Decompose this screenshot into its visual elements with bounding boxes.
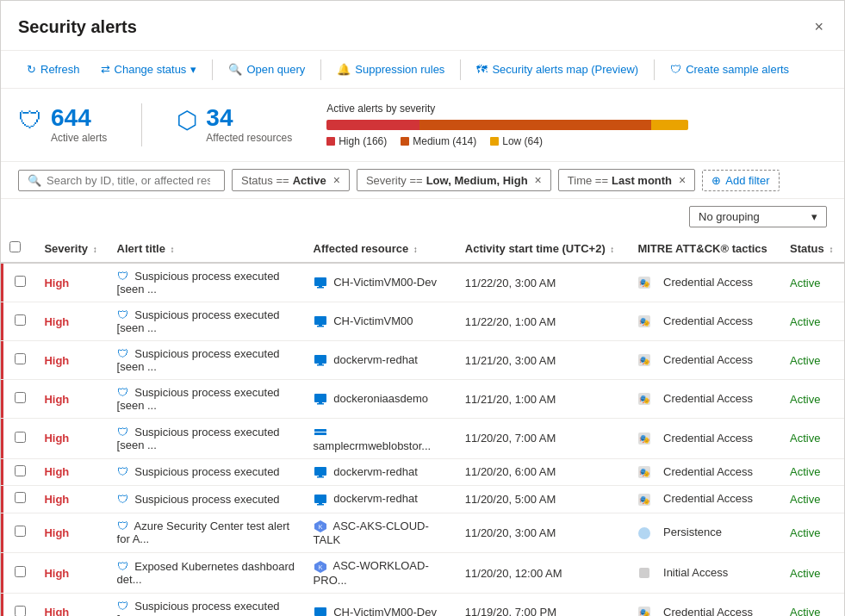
affected-resource-cell[interactable]: dockervm-redhat xyxy=(305,341,457,380)
row-checkbox[interactable] xyxy=(15,392,26,403)
suppression-icon: 🔔 xyxy=(337,63,351,76)
affected-resource-cell[interactable]: CH-VictimVM00-Dev xyxy=(305,263,457,302)
status-chip-value: Active xyxy=(293,174,326,187)
time-chip-close[interactable]: × xyxy=(679,173,686,187)
change-status-button[interactable]: ⇄ Change status ▾ xyxy=(92,58,206,81)
alert-title-cell[interactable]: 🛡 Suspicious process executed xyxy=(109,458,305,486)
alert-title-value: Suspicious process executed [seen ... xyxy=(117,308,280,334)
mitre-cell: 🎭 Credential Access xyxy=(629,593,781,616)
status-value: Active xyxy=(790,493,820,506)
table-body: High 🛡 Suspicious process executed [seen… xyxy=(1,263,844,616)
table-row[interactable]: High 🛡 Exposed Kubernetes dashboard det.… xyxy=(1,553,844,594)
row-checkbox[interactable] xyxy=(15,526,26,537)
affected-resources-stat: ⬡ 34 Affected resources xyxy=(177,106,292,144)
suppression-rules-button[interactable]: 🔔 Suppression rules xyxy=(328,58,453,81)
row-checkbox[interactable] xyxy=(15,465,26,476)
alert-title-cell[interactable]: 🛡 Suspicious process executed xyxy=(109,486,305,513)
row-checkbox[interactable] xyxy=(15,353,26,364)
affected-resource-cell[interactable]: K ASC-AKS-CLOUD-TALK xyxy=(305,513,457,553)
change-status-icon: ⇄ xyxy=(101,63,110,76)
open-query-button[interactable]: 🔍 Open query xyxy=(220,58,314,81)
legend-low-label: Low (64) xyxy=(502,135,543,147)
row-checkbox[interactable] xyxy=(15,566,26,577)
table-row[interactable]: High 🛡 Suspicious process executed [seen… xyxy=(1,419,844,459)
create-sample-button[interactable]: 🛡 Create sample alerts xyxy=(662,58,798,81)
table-row[interactable]: High 🛡 Azure Security Center test alert … xyxy=(1,513,844,553)
table-row[interactable]: High 🛡 Suspicious process executed [seen… xyxy=(1,263,844,302)
alert-title-cell[interactable]: 🛡 Suspicious process executed [seen ... xyxy=(109,341,305,380)
severity-chip-close[interactable]: × xyxy=(535,173,542,187)
affected-resource-cell[interactable]: samplecrmweblobstor... xyxy=(305,419,457,459)
alert-title-cell[interactable]: 🛡 Suspicious process executed [seen ... xyxy=(109,419,305,459)
affected-resource-cell[interactable]: dockervm-redhat xyxy=(305,458,457,486)
severity-header[interactable]: Severity ↕ xyxy=(35,234,108,263)
alert-title-cell[interactable]: 🛡 Suspicious process executed [seen ... xyxy=(109,380,305,419)
affected-resource-cell[interactable]: dockervm-redhat xyxy=(305,486,457,513)
row-checkbox[interactable] xyxy=(15,432,26,443)
toolbar-separator-3 xyxy=(460,59,461,80)
alert-icon: 🛡 xyxy=(117,308,128,321)
svg-rect-12 xyxy=(319,364,322,364)
alert-title-cell[interactable]: 🛡 Suspicious process executed [seen ... xyxy=(109,263,305,302)
time-cell: 11/20/20, 5:00 AM xyxy=(457,486,630,513)
close-button[interactable]: × xyxy=(811,15,827,40)
mitre-value: Credential Access xyxy=(663,492,753,505)
search-box[interactable]: 🔍 xyxy=(18,170,225,191)
affected-resource-value: ASC-AKS-CLOUD-TALK xyxy=(314,520,429,547)
affected-resource-cell[interactable]: CH-VictimVM00 xyxy=(305,302,457,341)
row-checkbox[interactable] xyxy=(15,606,26,616)
affected-resource-cell[interactable]: CH-VictimVM00-Dev xyxy=(305,593,457,616)
status-cell: Active xyxy=(781,302,844,341)
add-filter-button[interactable]: ⊕ Add filter xyxy=(702,170,779,191)
grouping-select[interactable]: No grouping ▾ xyxy=(689,206,827,227)
status-filter-chip[interactable]: Status == Active × xyxy=(232,169,350,191)
alerts-table: Severity ↕ Alert title ↕ Affected resour… xyxy=(1,234,844,616)
security-map-button[interactable]: 🗺 Security alerts map (Preview) xyxy=(468,58,647,81)
severity-filter-chip[interactable]: Severity == Low, Medium, High × xyxy=(357,169,551,191)
toolbar: ↻ Refresh ⇄ Change status ▾ 🔍 Open query… xyxy=(1,51,844,89)
table-row[interactable]: High 🛡 Suspicious process executed [seen… xyxy=(1,593,844,616)
grouping-chevron-icon: ▾ xyxy=(811,210,817,223)
change-status-label: Change status xyxy=(115,63,187,76)
time-chip-value: Last month xyxy=(612,174,672,187)
affected-resource-cell[interactable]: dockeroniaasdemo xyxy=(305,380,457,419)
alert-title-cell[interactable]: 🛡 Exposed Kubernetes dashboard det... xyxy=(109,553,305,594)
row-checkbox-cell xyxy=(1,513,35,553)
search-input[interactable] xyxy=(47,174,210,187)
alert-title-cell[interactable]: 🛡 Suspicious process executed [seen ... xyxy=(109,593,305,616)
table-row[interactable]: High 🛡 Suspicious process executed docke… xyxy=(1,458,844,486)
time-header[interactable]: Activity start time (UTC+2) ↕ xyxy=(457,234,630,263)
status-cell: Active xyxy=(781,513,844,553)
alert-title-cell[interactable]: 🛡 Azure Security Center test alert for A… xyxy=(109,513,305,553)
mitre-value: Persistence xyxy=(663,526,722,538)
affected-resource-cell[interactable]: K ASC-WORKLOAD-PRO... xyxy=(305,553,457,594)
active-alerts-stat: 🛡 644 Active alerts xyxy=(18,106,107,144)
row-checkbox-cell xyxy=(1,341,35,380)
svg-rect-6 xyxy=(317,326,324,327)
time-filter-chip[interactable]: Time == Last month × xyxy=(558,169,695,191)
row-checkbox[interactable] xyxy=(15,314,26,326)
table-row[interactable]: High 🛡 Suspicious process executed docke… xyxy=(1,486,844,513)
status-chip-close[interactable]: × xyxy=(333,173,340,187)
alert-title-header[interactable]: Alert title ↕ xyxy=(109,234,305,263)
select-all-checkbox[interactable] xyxy=(9,241,21,252)
severity-legend: High (166) Medium (414) Low (64) xyxy=(326,135,827,147)
alert-title-cell[interactable]: 🛡 Suspicious process executed [seen ... xyxy=(109,302,305,341)
table-row[interactable]: High 🛡 Suspicious process executed [seen… xyxy=(1,302,844,341)
severity-bar xyxy=(326,120,688,130)
mitre-value: Credential Access xyxy=(663,276,753,289)
status-cell: Active xyxy=(781,593,844,616)
select-all-header[interactable] xyxy=(1,234,35,263)
svg-rect-10 xyxy=(314,355,326,364)
toolbar-separator-1 xyxy=(212,59,213,80)
status-header[interactable]: Status ↕ xyxy=(781,234,844,263)
severity-chart: Active alerts by severity High (166) Med… xyxy=(326,103,827,147)
affected-resource-header[interactable]: Affected resource ↕ xyxy=(305,234,457,263)
mitre-header: MITRE ATT&CK® tactics xyxy=(629,234,781,263)
refresh-button[interactable]: ↻ Refresh xyxy=(18,58,89,81)
table-row[interactable]: High 🛡 Suspicious process executed [seen… xyxy=(1,341,844,380)
row-checkbox-cell xyxy=(1,263,35,302)
row-checkbox[interactable] xyxy=(15,276,26,287)
row-checkbox[interactable] xyxy=(15,492,26,503)
table-row[interactable]: High 🛡 Suspicious process executed [seen… xyxy=(1,380,844,419)
